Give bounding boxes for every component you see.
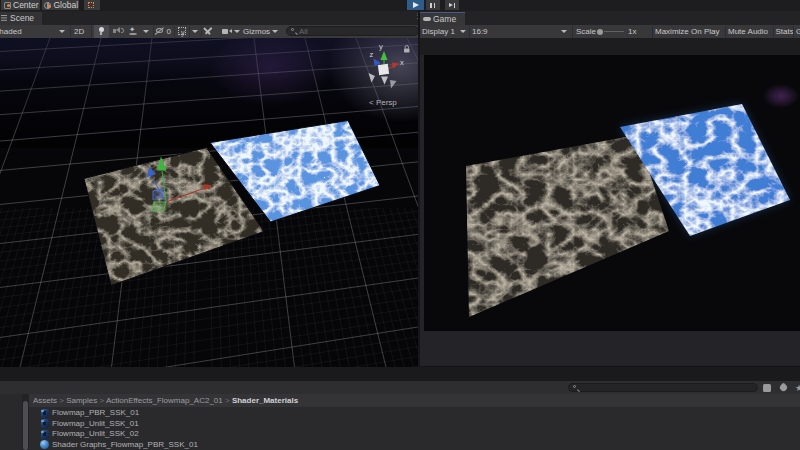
svg-text:˂ Persp: ˂ Persp <box>369 98 397 107</box>
svg-text:z: z <box>370 50 374 59</box>
svg-text:y: y <box>379 42 383 51</box>
svg-text:x: x <box>400 58 404 67</box>
